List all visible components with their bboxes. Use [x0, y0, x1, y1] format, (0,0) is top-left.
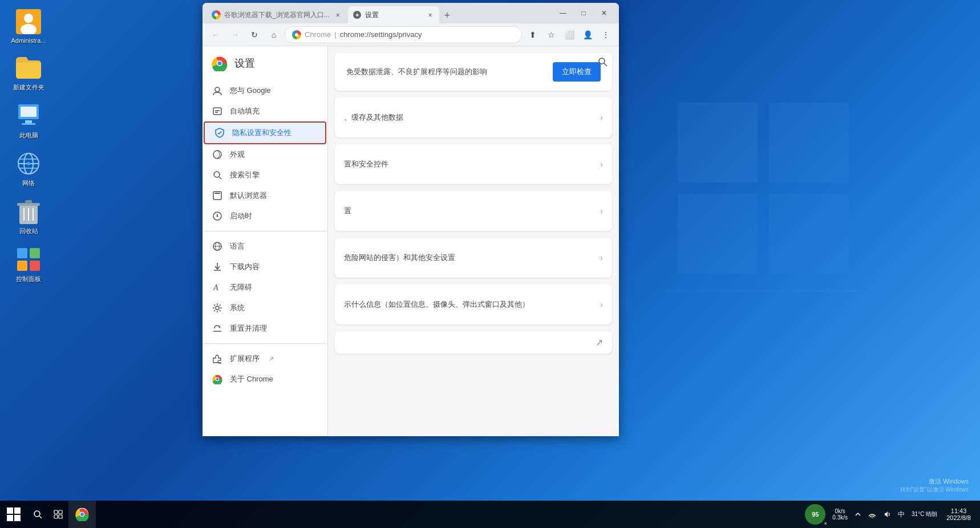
- svg-point-32: [218, 62, 222, 66]
- settings-sidebar: 设置 您与 Google 自动填充: [203, 46, 328, 436]
- safety-check-card: 免受数据泄露、不良扩展程序等问题的影响 立即检查: [335, 53, 612, 91]
- svg-line-39: [219, 177, 221, 179]
- svg-rect-23: [678, 103, 758, 182]
- sidebar-item-about[interactable]: 关于 Chrome: [203, 369, 327, 389]
- default-browser-icon: [212, 190, 223, 201]
- security-arrow: ›: [600, 160, 603, 169]
- back-button[interactable]: ←: [207, 26, 224, 43]
- administrator-label: Administra...: [11, 37, 46, 44]
- tab-2[interactable]: ✦ 设置 ✕: [348, 6, 439, 23]
- minimize-button[interactable]: —: [553, 5, 573, 21]
- sidebar-item-default-browser[interactable]: 默认浏览器: [203, 185, 327, 206]
- svg-rect-6: [22, 123, 35, 125]
- desktop-icon-this-pc[interactable]: 此电脑: [6, 100, 51, 142]
- content-search-button[interactable]: [594, 53, 612, 71]
- extensions-external-icon: ↗: [269, 355, 274, 363]
- desktop-icon-administrator[interactable]: Administra...: [6, 6, 51, 46]
- tray-network-icon[interactable]: [866, 509, 878, 519]
- site-settings-row[interactable]: 示什么信息（如位置信息、摄像头、弹出式窗口及其他） ›: [344, 294, 603, 315]
- safe-browsing-text: 危险网站的侵害）和其他安全设置: [344, 253, 600, 263]
- desktop-icon-new-folder[interactable]: 新建文件夹: [6, 52, 51, 94]
- sidebar-item-startup[interactable]: 启动时: [203, 206, 327, 226]
- safety-check-text: 免受数据泄露、不良扩展程序等问题的影响: [346, 67, 553, 77]
- tray-chinese-label[interactable]: 中: [896, 509, 907, 521]
- share-button[interactable]: ⬆: [524, 26, 541, 43]
- privacy-row[interactable]: 置 ›: [344, 200, 603, 222]
- network-tray-icon: [868, 510, 876, 518]
- start-button[interactable]: [0, 501, 27, 528]
- tab2-close-btn[interactable]: ✕: [426, 10, 435, 19]
- sidebar-label-default-browser: 默认浏览器: [230, 190, 267, 201]
- sidebar-item-privacy[interactable]: 隐私设置和安全性: [204, 121, 326, 144]
- svg-rect-60: [54, 510, 58, 514]
- new-tab-button[interactable]: +: [439, 7, 455, 23]
- desktop-icon-recycle-bin[interactable]: 回收站: [6, 196, 51, 238]
- site-settings-card: 示什么信息（如位置信息、摄像头、弹出式窗口及其他） ›: [335, 285, 612, 324]
- address-favicon: [292, 30, 301, 39]
- sidebar-item-language[interactable]: 语言: [203, 236, 327, 257]
- autofill-icon: [212, 105, 223, 117]
- window-controls: — □ ✕: [553, 5, 614, 21]
- taskbar-chrome-button[interactable]: [68, 501, 96, 528]
- settings-main-content: 免受数据泄露、不良扩展程序等问题的影响 立即检查 、缓存及其他数据 › 置和安全…: [328, 46, 619, 436]
- activate-windows: 激活 Windows 转到"设置"以激活 Windows: [900, 477, 969, 494]
- settings-page: 设置 您与 Google 自动填充: [203, 46, 619, 436]
- sidebar-item-extensions[interactable]: 扩展程序 ↗: [203, 348, 327, 369]
- clock-display[interactable]: 11:43 2022/8/8: [942, 507, 975, 521]
- tab-1[interactable]: 谷歌浏览器下载_浏览器官网入口... ✕: [207, 6, 347, 23]
- svg-text:✦: ✦: [355, 12, 359, 18]
- sidebar-item-appearance[interactable]: 外观: [203, 144, 327, 165]
- tray-up-arrow[interactable]: [852, 510, 864, 519]
- tray-percent-badge[interactable]: 95 x: [803, 503, 828, 526]
- sidebar-item-reset[interactable]: 重置并清理: [203, 318, 327, 339]
- svg-rect-19: [17, 248, 27, 258]
- svg-point-58: [34, 511, 40, 517]
- desktop-icon-network[interactable]: 网络: [6, 148, 51, 190]
- tab1-close-btn[interactable]: ✕: [333, 10, 342, 19]
- profile-button[interactable]: 👤: [579, 26, 596, 43]
- taskbar-search-button[interactable]: [27, 501, 48, 528]
- svg-point-56: [599, 58, 605, 64]
- tray-network-speed[interactable]: 0k/s 0.3k/s: [830, 507, 850, 522]
- external-link-icon[interactable]: ↗: [596, 337, 603, 348]
- safe-browsing-row[interactable]: 危险网站的侵害）和其他安全设置 ›: [344, 247, 603, 269]
- percent-circle: 95 x: [805, 504, 825, 525]
- close-window-button[interactable]: ✕: [594, 5, 614, 21]
- sidebar-item-system[interactable]: 系统: [203, 298, 327, 318]
- sidebar-item-autofill[interactable]: 自动填充: [203, 101, 327, 121]
- windows-decoration: [666, 57, 866, 399]
- taskbar-task-view-button[interactable]: [48, 501, 68, 528]
- svg-rect-25: [678, 194, 758, 274]
- chrome-logo: [212, 55, 228, 71]
- sidebar-label-downloads: 下载内容: [230, 262, 260, 272]
- tray-sound-icon[interactable]: [881, 509, 893, 519]
- tab1-favicon: [212, 10, 221, 19]
- sidebar-item-search[interactable]: 搜索引擎: [203, 165, 327, 185]
- downloads-icon: [212, 261, 223, 273]
- nav-bar: ← → ↻ ⌂ Chrome | chrome://settings/priva…: [203, 23, 619, 46]
- tray-arrow-icon: [855, 511, 861, 518]
- sidebar-item-you-google[interactable]: 您与 Google: [203, 80, 327, 101]
- svg-point-67: [872, 518, 873, 519]
- history-row[interactable]: 、缓存及其他数据 ›: [344, 107, 603, 128]
- maximize-button[interactable]: □: [573, 5, 594, 21]
- site-settings-arrow: ›: [600, 300, 603, 309]
- tab-strip-button[interactable]: ⬜: [561, 26, 578, 43]
- menu-button[interactable]: ⋮: [597, 26, 614, 43]
- bookmark-button[interactable]: ☆: [542, 26, 560, 43]
- svg-point-38: [214, 172, 220, 177]
- external-link-card: ↗: [335, 331, 612, 354]
- settings-title-area: 设置: [203, 46, 327, 80]
- sidebar-item-accessibility[interactable]: A 无障碍: [203, 277, 327, 298]
- site-settings-text: 示什么信息（如位置信息、摄像头、弹出式窗口及其他）: [344, 299, 600, 310]
- address-bar[interactable]: Chrome | chrome://settings/privacy: [285, 26, 522, 43]
- home-button[interactable]: ⌂: [265, 26, 282, 43]
- security-row[interactable]: 置和安全控件 ›: [344, 153, 603, 175]
- svg-point-55: [216, 378, 219, 381]
- svg-line-59: [39, 516, 42, 518]
- desktop-icon-control-panel[interactable]: 控制面板: [6, 243, 51, 286]
- language-icon: [212, 241, 223, 252]
- reload-button[interactable]: ↻: [246, 26, 263, 43]
- forward-button[interactable]: →: [226, 26, 244, 43]
- sidebar-item-downloads[interactable]: 下载内容: [203, 257, 327, 277]
